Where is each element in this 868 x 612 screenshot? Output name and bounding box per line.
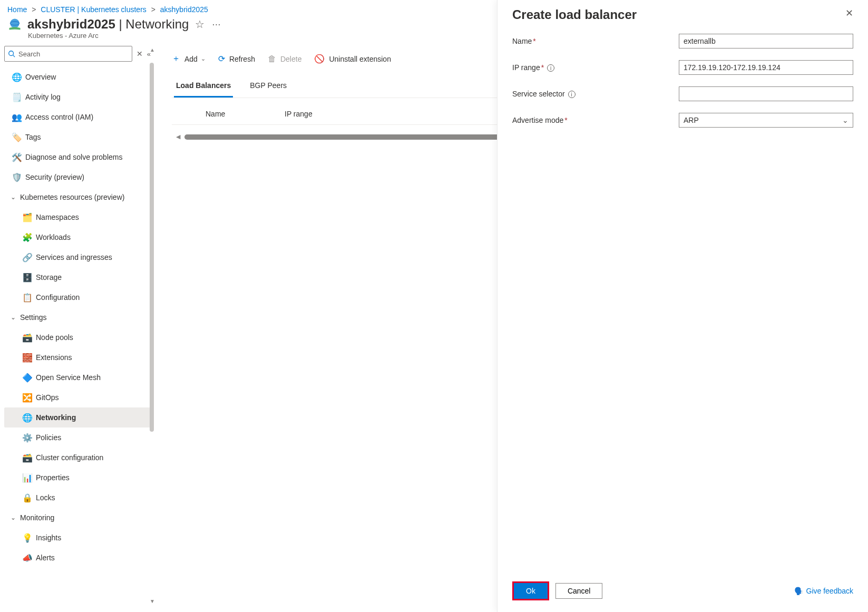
scroll-thumb[interactable] bbox=[150, 63, 154, 432]
add-button[interactable]: ＋Add⌄ bbox=[172, 53, 206, 64]
shield-icon: 🛡️ bbox=[8, 172, 25, 182]
search-input[interactable]: Search bbox=[4, 46, 132, 62]
sidebar-item-iam[interactable]: 👥Access control (IAM) bbox=[4, 107, 151, 127]
policy-icon: ⚙️ bbox=[19, 433, 36, 443]
refresh-button[interactable]: ⟳Refresh bbox=[218, 54, 255, 64]
people-icon: 👥 bbox=[8, 112, 25, 122]
panel-title: Create load balancer bbox=[512, 7, 637, 22]
uninstall-button[interactable]: 🚫Uninstall extension bbox=[314, 54, 391, 64]
config-icon: 📋 bbox=[19, 293, 36, 303]
panel-form: Name* IP range*i Service selectori Adver… bbox=[498, 26, 868, 135]
sidebar-item-services[interactable]: 🔗Services and ingresses bbox=[4, 247, 151, 267]
tab-bgp-peers[interactable]: BGP Peers bbox=[248, 77, 289, 98]
sidebar-item-label: Overview bbox=[25, 73, 56, 81]
toolbar-label: Delete bbox=[280, 55, 301, 63]
sidebar-item-workloads[interactable]: 🧩Workloads bbox=[4, 227, 151, 247]
breadcrumb-cluster[interactable]: CLUSTER | Kubernetes clusters bbox=[41, 5, 147, 14]
sidebar-item-label: Kubernetes resources (preview) bbox=[20, 193, 124, 201]
sidebar-item-locks[interactable]: 🔒Locks bbox=[4, 488, 151, 508]
sidebar-group-monitoring[interactable]: ⌄Monitoring bbox=[4, 508, 151, 528]
sidebar-item-config[interactable]: 📋Configuration bbox=[4, 287, 151, 307]
chevron-down-icon: ⌄ bbox=[842, 116, 849, 124]
more-icon[interactable]: ··· bbox=[212, 19, 221, 30]
mesh-icon: 🔷 bbox=[19, 373, 36, 383]
chevron-right-icon: > bbox=[151, 5, 155, 14]
sidebar-item-activity[interactable]: 🗒️Activity log bbox=[4, 87, 151, 107]
sidebar-item-label: Insights bbox=[36, 533, 61, 542]
sidebar-item-overview[interactable]: 🌐Overview bbox=[4, 67, 151, 87]
sidebar-item-alerts[interactable]: 📣Alerts bbox=[4, 548, 151, 568]
name-input[interactable] bbox=[679, 34, 853, 48]
close-icon[interactable]: ✕ bbox=[845, 7, 853, 19]
panel-footer: Ok Cancel 🗣️ Give feedback bbox=[498, 575, 868, 612]
tab-load-balancers[interactable]: Load Balancers bbox=[174, 77, 233, 98]
tag-icon: 🏷️ bbox=[8, 132, 25, 142]
wrench-icon: 🛠️ bbox=[8, 152, 25, 162]
sidebar-item-tags[interactable]: 🏷️Tags bbox=[4, 127, 151, 147]
feedback-label: Give feedback bbox=[806, 587, 854, 595]
sidebar-group-k8s[interactable]: ⌄Kubernetes resources (preview) bbox=[4, 187, 151, 207]
feedback-icon: 🗣️ bbox=[794, 587, 803, 595]
info-icon[interactable]: i bbox=[547, 64, 554, 72]
breadcrumb-current[interactable]: akshybrid2025 bbox=[160, 5, 208, 14]
sidebar-item-properties[interactable]: 📊Properties bbox=[4, 468, 151, 488]
pin-icon[interactable]: ☆ bbox=[195, 18, 204, 31]
sidebar-item-label: Extensions bbox=[36, 353, 72, 362]
delete-button[interactable]: 🗑Delete bbox=[268, 54, 301, 64]
info-icon[interactable]: i bbox=[568, 91, 576, 98]
chevron-down-icon: ⌄ bbox=[8, 514, 18, 521]
section-name: Networking bbox=[125, 17, 189, 31]
sidebar-item-label: Configuration bbox=[36, 293, 80, 302]
sidebar-item-label: Diagnose and solve problems bbox=[25, 153, 122, 161]
sidebar-item-clusterconfig[interactable]: 🗃️Cluster configuration bbox=[4, 448, 151, 468]
svg-point-0 bbox=[10, 19, 19, 28]
prohibit-icon: 🚫 bbox=[314, 54, 325, 64]
services-icon: 🔗 bbox=[19, 252, 36, 263]
mode-select[interactable]: ARP⌄ bbox=[679, 113, 853, 128]
sidebar-group-settings[interactable]: ⌄Settings bbox=[4, 307, 151, 327]
plus-icon: ＋ bbox=[172, 53, 180, 64]
label-selector: Service selectori bbox=[512, 90, 679, 98]
storage-icon: 🗄️ bbox=[19, 273, 36, 283]
namespace-icon: 🗂️ bbox=[19, 212, 36, 222]
sidebar-item-gitops[interactable]: 🔀GitOps bbox=[4, 387, 151, 407]
lock-icon: 🔒 bbox=[19, 493, 36, 503]
breadcrumb-home[interactable]: Home bbox=[7, 5, 27, 14]
sidebar-item-insights[interactable]: 💡Insights bbox=[4, 528, 151, 548]
col-name[interactable]: Name bbox=[174, 110, 285, 118]
search-placeholder: Search bbox=[18, 50, 40, 58]
gitops-icon: 🔀 bbox=[19, 393, 36, 403]
sidebar-item-osm[interactable]: 🔷Open Service Mesh bbox=[4, 367, 151, 387]
sidebar-item-label: Open Service Mesh bbox=[36, 373, 101, 382]
sidebar-item-label: Networking bbox=[36, 413, 76, 422]
sidebar-item-policies[interactable]: ⚙️Policies bbox=[4, 428, 151, 448]
sidebar-item-label: Monitoring bbox=[20, 513, 54, 522]
sidebar-item-label: Security (preview) bbox=[25, 173, 84, 181]
sidebar-item-diagnose[interactable]: 🛠️Diagnose and solve problems bbox=[4, 147, 151, 167]
networking-icon: 🌐 bbox=[19, 413, 36, 423]
sidebar-item-label: Node pools bbox=[36, 333, 73, 342]
arc-cluster-icon bbox=[7, 17, 22, 32]
sidebar-item-label: Storage bbox=[36, 273, 62, 281]
refresh-icon: ⟳ bbox=[218, 54, 225, 64]
ok-button[interactable]: Ok bbox=[514, 583, 548, 599]
sidebar-item-label: Properties bbox=[36, 473, 70, 482]
clear-icon[interactable]: ✕ bbox=[136, 50, 143, 58]
sidebar-item-label: Services and ingresses bbox=[36, 253, 112, 261]
toolbar-label: Refresh bbox=[229, 55, 255, 63]
svg-point-2 bbox=[9, 51, 14, 56]
sidebar-item-security[interactable]: 🛡️Security (preview) bbox=[4, 167, 151, 187]
toolbar-label: Uninstall extension bbox=[329, 55, 391, 63]
sidebar-item-storage[interactable]: 🗄️Storage bbox=[4, 267, 151, 287]
iprange-input[interactable] bbox=[679, 60, 853, 75]
sidebar-item-networking[interactable]: 🌐Networking bbox=[4, 407, 151, 428]
selector-input[interactable] bbox=[679, 86, 853, 101]
sidebar-item-extensions[interactable]: 🧱Extensions bbox=[4, 347, 151, 367]
cancel-button[interactable]: Cancel bbox=[555, 583, 603, 599]
sidebar-item-nodepools[interactable]: 🗃️Node pools bbox=[4, 327, 151, 347]
sidebar-item-namespaces[interactable]: 🗂️Namespaces bbox=[4, 207, 151, 227]
trash-icon: 🗑 bbox=[268, 54, 276, 64]
sidebar-scrollbar[interactable]: ▲ ▼ bbox=[150, 47, 155, 604]
sidebar-item-label: Settings bbox=[20, 313, 47, 322]
give-feedback-link[interactable]: 🗣️ Give feedback bbox=[794, 587, 854, 595]
